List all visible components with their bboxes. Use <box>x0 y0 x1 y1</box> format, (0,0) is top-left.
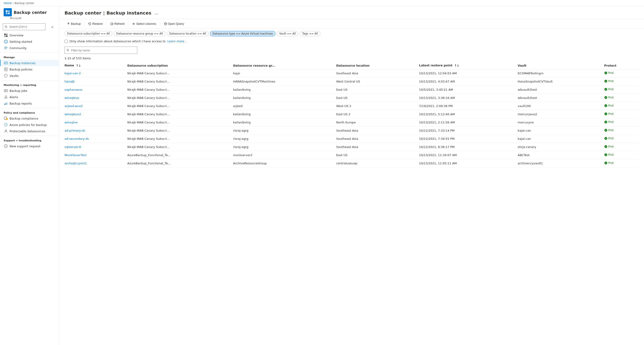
table-row: arjeed-wus2 Nirajk-MAB Canary Subscri...… <box>64 102 638 110</box>
col-name-sort-icon[interactable]: ↑↓ <box>76 64 81 67</box>
filter-subscription[interactable]: Datasource subscription == All <box>64 31 112 36</box>
cell-name[interactable]: arjeed-wus2 <box>64 102 127 110</box>
datasource-access-label: Only show information about datasources … <box>70 40 166 43</box>
table-row: kajai-can-2 Nirajk-MAB Canary Subscri...… <box>64 69 638 78</box>
svg-rect-3 <box>8 12 10 14</box>
policy-section-label: Policy and compliance <box>0 110 59 115</box>
cell-name[interactable]: sqlserver-0 <box>64 143 127 151</box>
nav-vaults[interactable]: Vaults <box>0 72 59 79</box>
search-icon <box>4 25 8 28</box>
cell-vault: kajai-can <box>518 135 604 143</box>
filter-location[interactable]: Datasource location == All <box>167 31 209 36</box>
col-name-label: Name <box>64 64 74 67</box>
toolbar-sep-2 <box>106 22 106 26</box>
table-header-row: Name ↑↓ Datasource subscription Datasour… <box>64 62 638 69</box>
cell-subscription: AzureBackup_Functional_Te... <box>127 151 233 159</box>
nav-backup-reports[interactable]: Backup reports <box>0 100 59 106</box>
cell-resource-group: risraj-agrg <box>233 143 336 151</box>
toolbar-sep-1 <box>84 22 84 26</box>
item-count-text: 1-15 of 533 items <box>64 56 91 60</box>
cell-protection-status: Prot <box>604 110 638 118</box>
nav-alerts[interactable]: Alerts <box>0 94 59 100</box>
filter-by-name-input[interactable] <box>64 46 137 54</box>
cell-vault: wbvault2test <box>518 86 604 94</box>
select-columns-button[interactable]: Select columns <box>130 21 158 26</box>
filter-type[interactable]: Datasource type == Azure Virtual machine… <box>210 31 276 36</box>
filter-resource-group-label: Datasource resource group == All <box>116 32 163 35</box>
cell-vault: kajai-can <box>518 126 604 135</box>
backup-button[interactable]: Backup <box>64 21 83 26</box>
svg-point-13 <box>6 47 7 48</box>
search-input[interactable] <box>3 24 46 30</box>
restore-label: Restore <box>92 22 103 26</box>
col-restore-point[interactable]: Latest restore point ↑↓ <box>419 62 518 69</box>
cell-name[interactable]: winsqleus2 <box>64 110 127 118</box>
cell-name[interactable]: ad-primary-dc <box>64 126 127 135</box>
refresh-icon <box>110 22 114 26</box>
cell-name[interactable]: winsqleus <box>64 94 127 102</box>
sidebar-title-group: Backup center <box>14 10 47 15</box>
filter-tags[interactable]: Tags == All <box>300 31 320 36</box>
cell-name[interactable]: ad-secondary-dc <box>64 135 127 143</box>
nav-backup-instances[interactable]: Backup instances <box>0 60 59 66</box>
cell-location: Southeast Asia <box>336 126 419 135</box>
cell-name[interactable]: kajai-can-2 <box>64 69 127 78</box>
cell-name[interactable]: MockSeverTest <box>64 151 127 159</box>
refresh-button[interactable]: Refresh <box>108 21 127 26</box>
cell-vault: ECSMABTestingrn <box>518 69 604 78</box>
cell-name[interactable]: hanajb <box>64 78 127 86</box>
backup-center-icon <box>5 10 10 15</box>
nav-new-support-request[interactable]: ? New support request <box>0 143 59 149</box>
nav-azure-policies[interactable]: ✓ Azure policies for backup <box>0 122 59 128</box>
svg-text:!: ! <box>6 118 7 120</box>
restore-icon <box>88 22 91 26</box>
table-row: winsqlne Nirajk-MAB Canary Subscri... ka… <box>64 118 638 126</box>
page-title-main: Backup center <box>64 10 101 16</box>
nav-overview[interactable]: Overview <box>0 32 59 38</box>
sidebar: Backup center Microsoft « <box>0 6 59 345</box>
monitoring-section-label: Monitoring + reporting <box>0 82 59 88</box>
filter-vault[interactable]: Vault == All <box>277 31 298 36</box>
collapse-sidebar-button[interactable]: « <box>51 25 54 29</box>
cell-vault: shrja-canary <box>518 143 604 151</box>
azure-policies-label: Azure policies for backup <box>10 123 46 126</box>
restore-button[interactable]: Restore <box>86 21 105 26</box>
nav-community[interactable]: Community <box>0 45 59 51</box>
cell-resource-group: kailanibvtrg <box>233 94 336 102</box>
nav-backup-jobs[interactable]: Backup jobs <box>0 88 59 94</box>
nav-backup-policies[interactable]: Backup policies <box>0 66 59 72</box>
table-row: sqlserver-0 Nirajk-MAB Canary Subscri...… <box>64 143 638 151</box>
policy-divider <box>0 108 59 108</box>
support-section-label: Support + troubleshooting <box>0 137 59 143</box>
cell-name[interactable]: archsqlccyvm1 <box>64 159 127 168</box>
cell-name[interactable]: saphanaeus <box>64 86 127 94</box>
protected-icon <box>604 145 608 148</box>
ellipsis-menu-button[interactable]: ... <box>153 10 160 16</box>
cell-subscription: Nirajk-MAB Canary Subscri... <box>127 110 233 118</box>
azure-policies-icon: ✓ <box>4 123 8 126</box>
cell-restore-point: 10/13/2021, 3:36:16 AM <box>419 94 518 102</box>
open-query-label: Open Query <box>168 22 184 26</box>
protected-icon <box>604 96 608 99</box>
col-vault-label: Vault <box>518 64 526 67</box>
cell-vault: ABCTest <box>518 151 604 159</box>
cell-location: centraluseuap <box>336 159 419 168</box>
learn-more-link[interactable]: Learn more <box>168 40 184 43</box>
datasource-access-checkbox[interactable] <box>64 40 68 43</box>
nav-getting-started[interactable]: i Getting started <box>0 38 59 45</box>
filter-search-icon <box>66 49 70 52</box>
col-name[interactable]: Name ↑↓ <box>64 62 127 69</box>
toolbar-sep-3 <box>128 22 128 26</box>
col-vault: Vault <box>518 62 604 69</box>
page-title-sub: Backup instances <box>106 10 151 16</box>
nav-protectable-datasources[interactable]: Protectable datasources <box>0 128 59 134</box>
datasource-access-row: Only show information about datasources … <box>59 38 644 45</box>
page-title-divider: | <box>103 10 105 16</box>
cell-resource-group: kailanibvtrg <box>233 110 336 118</box>
filter-resource-group[interactable]: Datasource resource group == All <box>114 31 166 36</box>
nav-backup-compliance[interactable]: ! Backup compliance <box>0 115 59 122</box>
col-restore-sort-icon[interactable]: ↑↓ <box>454 64 459 67</box>
open-query-button[interactable]: Open Query <box>162 21 186 26</box>
breadcrumb-home[interactable]: Home <box>4 2 12 5</box>
cell-name[interactable]: winsqlne <box>64 118 127 126</box>
